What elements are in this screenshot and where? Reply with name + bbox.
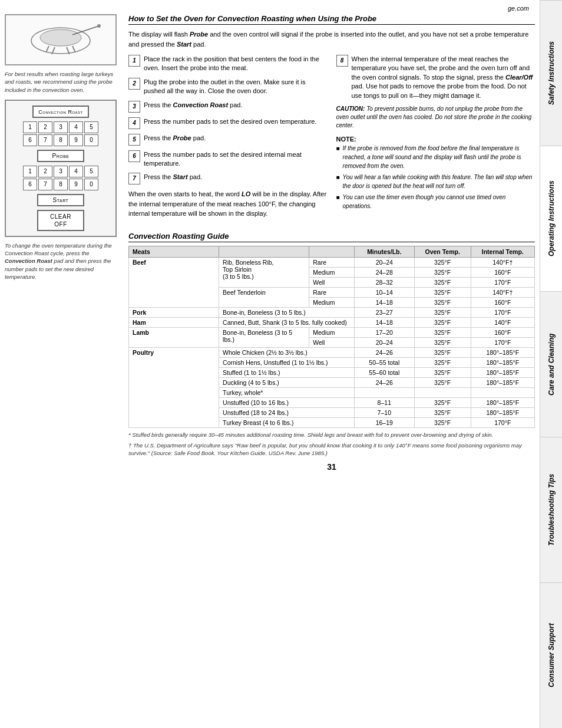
- note-2: ■ You will hear a fan while cooking with…: [336, 173, 535, 190]
- left-panel: For best results when roasting large tur…: [5, 14, 123, 472]
- table-row-lamb-1: Lamb Bone-in, Boneless (3 to 5 lbs.) Med…: [129, 327, 535, 337]
- col-header-meats: Meats: [129, 246, 219, 257]
- step-2: 2 Plug the probe into the outlet in the …: [128, 78, 328, 96]
- website-header: ge.com: [5, 5, 535, 12]
- svg-line-4: [46, 46, 49, 52]
- num-btn-3[interactable]: 3: [54, 121, 68, 133]
- num-btn-5[interactable]: 5: [84, 121, 98, 133]
- oven-diagram: [5, 14, 117, 65]
- col-header-oven-temp: Oven Temp.: [414, 246, 471, 257]
- lamb-category: Lamb: [129, 327, 219, 347]
- tab-operating-instructions[interactable]: Operating Instructions: [540, 146, 562, 291]
- tab-bar[interactable]: Safety Instructions Operating Instructio…: [540, 0, 562, 728]
- num2-btn-0[interactable]: 0: [84, 179, 98, 190]
- oven-sketch-svg: [16, 20, 105, 58]
- caution-text: CAUTION: To prevent possible burns, do n…: [336, 105, 535, 130]
- step-6: 6 Press the number pads to set the desir…: [128, 150, 328, 169]
- num-btn-2[interactable]: 2: [38, 121, 52, 133]
- step-5: 5 Press the Probe pad.: [128, 134, 328, 146]
- table-section: Convection Roasting Guide Meats Minutes/…: [128, 232, 535, 457]
- num2-btn-7[interactable]: 7: [38, 179, 52, 190]
- intro-text: The display will flash Probe and the ove…: [128, 29, 535, 49]
- svg-point-1: [40, 29, 81, 46]
- left-caption-1: For best results when roasting large tur…: [5, 70, 117, 94]
- num2-btn-6[interactable]: 6: [23, 179, 37, 190]
- convection-roast-button[interactable]: Convection Roast: [32, 106, 89, 118]
- footnote-1: * Stuffed birds generally require 30–45 …: [128, 431, 535, 439]
- tab-safety-instructions[interactable]: Safety Instructions: [540, 0, 562, 146]
- num-btn-6[interactable]: 6: [23, 134, 37, 146]
- ham-category: Ham: [129, 317, 219, 327]
- svg-line-7: [72, 46, 75, 52]
- step-3: 3 Press the Convection Roast pad.: [128, 101, 328, 113]
- note-section: NOTE: ■ If the probe is removed from the…: [336, 134, 535, 211]
- step-1: 1 Place the rack in the position that be…: [128, 55, 328, 73]
- steps-columns: 1 Place the rack in the position that be…: [128, 55, 535, 225]
- note-1: ■ If the probe is removed from the food …: [336, 144, 535, 170]
- table-row-pork: Pork Bone-in, Boneless (3 to 5 lbs.) 23–…: [129, 307, 535, 317]
- num2-btn-3[interactable]: 3: [54, 166, 68, 177]
- section-title: How to Set the Oven for Convection Roast…: [128, 14, 535, 25]
- step-8: 8 When the internal temperature of the m…: [336, 55, 535, 100]
- col-header-empty1: [219, 246, 309, 257]
- step-4: 4 Press the number pads to set the desir…: [128, 117, 328, 129]
- step-7: 7 Press the Start pad.: [128, 173, 328, 185]
- beef-category: Beef: [129, 257, 219, 307]
- num-btn-4[interactable]: 4: [69, 121, 83, 133]
- control-panel: Convection Roast 1 2 3 4 5 6 7 8 9 0: [5, 100, 117, 237]
- beef-rib-rare: Rare: [309, 257, 355, 267]
- beef-rib-name: Rib, Boneless Rib,Top Sirloin(3 to 5 lbs…: [219, 257, 309, 287]
- right-content: How to Set the Oven for Convection Roast…: [123, 14, 535, 472]
- num2-btn-2[interactable]: 2: [38, 166, 52, 177]
- numpad-1[interactable]: 1 2 3 4 5 6 7 8 9 0: [23, 121, 98, 146]
- note-title: NOTE:: [336, 134, 535, 144]
- num2-btn-8[interactable]: 8: [54, 179, 68, 190]
- steps-left: 1 Place the rack in the position that be…: [128, 55, 328, 225]
- num-btn-9[interactable]: 9: [69, 134, 83, 146]
- left-caption-2: To change the oven temperature during th…: [5, 242, 117, 281]
- footnote-2: † The U.S. Department of Agriculture say…: [128, 442, 535, 457]
- clear-off-button[interactable]: CLEAROFF: [37, 210, 84, 231]
- website-text: ge.com: [508, 5, 529, 12]
- col-header-minutes: Minutes/Lb.: [354, 246, 414, 257]
- table-row-poultry-1: Poultry Whole Chicken (2½ to 3½ lbs.) 24…: [129, 347, 535, 357]
- table-row-beef-1: Beef Rib, Boneless Rib,Top Sirloin(3 to …: [129, 257, 535, 267]
- table-row-ham: Ham Canned, Butt, Shank (3 to 5 lbs. ful…: [129, 317, 535, 327]
- num2-btn-1[interactable]: 1: [23, 166, 37, 177]
- svg-point-3: [97, 24, 101, 28]
- tab-care-cleaning[interactable]: Care and Cleaning: [540, 291, 562, 437]
- note-3: ■ You can use the timer even though you …: [336, 193, 535, 210]
- num2-btn-5[interactable]: 5: [84, 166, 98, 177]
- num-btn-1[interactable]: 1: [23, 121, 37, 133]
- poultry-category: Poultry: [129, 347, 219, 427]
- table-title: Convection Roasting Guide: [128, 232, 535, 242]
- roasting-table: Meats Minutes/Lb. Oven Temp. Internal Te…: [128, 246, 535, 428]
- col-header-empty2: [309, 246, 355, 257]
- between-text: When the oven starts to heat, the word L…: [128, 189, 328, 219]
- probe-button[interactable]: Probe: [37, 150, 84, 162]
- numpad-2[interactable]: 1 2 3 4 5 6 7 8 9 0: [23, 166, 98, 190]
- page-number: 31: [128, 462, 535, 472]
- tab-consumer-support[interactable]: Consumer Support: [540, 582, 562, 728]
- start-button[interactable]: Start: [37, 194, 84, 206]
- num2-btn-9[interactable]: 9: [69, 179, 83, 190]
- pork-category: Pork: [129, 307, 219, 317]
- num-btn-8[interactable]: 8: [54, 134, 68, 146]
- tab-troubleshooting[interactable]: Troubleshooting Tips: [540, 437, 562, 582]
- num-btn-0[interactable]: 0: [84, 134, 98, 146]
- steps-right: 8 When the internal temperature of the m…: [336, 55, 535, 225]
- col-header-internal-temp: Internal Temp.: [471, 246, 534, 257]
- num2-btn-4[interactable]: 4: [69, 166, 83, 177]
- num-btn-7[interactable]: 7: [38, 134, 52, 146]
